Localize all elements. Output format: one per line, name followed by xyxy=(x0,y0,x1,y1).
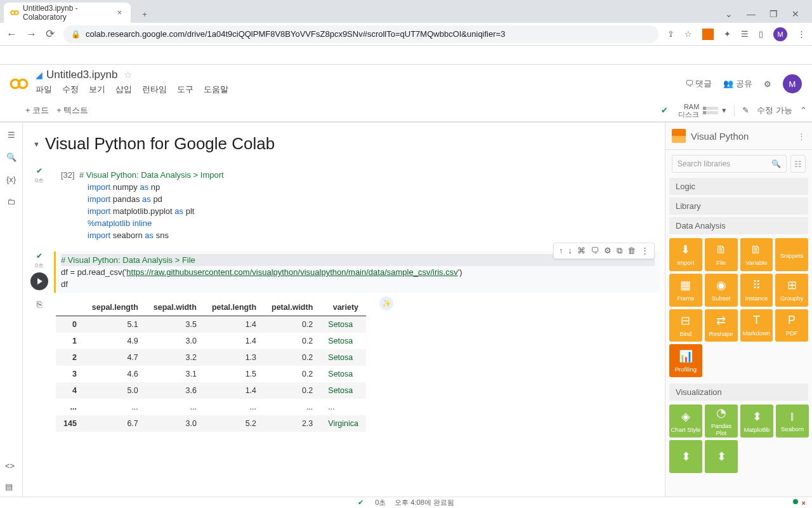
forward-button[interactable]: → xyxy=(26,28,37,41)
menu-help[interactable]: 도움말 xyxy=(204,84,228,95)
profile-avatar[interactable]: M xyxy=(773,27,787,41)
vp-tile-groupby[interactable]: ⊞Groupby xyxy=(775,274,808,307)
add-code-button[interactable]: + 코드 xyxy=(25,105,49,116)
maximize-icon[interactable]: ❐ xyxy=(769,9,778,19)
kebab-icon[interactable]: ⋮ xyxy=(797,29,806,39)
output-actions-icon[interactable]: ⎘ xyxy=(37,299,42,309)
mirror-icon[interactable]: ⧉ xyxy=(617,246,622,256)
vp-tile-bind[interactable]: ⊟Bind xyxy=(669,309,702,342)
tab-title: Untitled3.ipynb - Colaboratory xyxy=(23,4,111,22)
vp-search-input[interactable]: Search libraries 🔍 xyxy=(672,155,787,173)
search-icon[interactable]: 🔍 xyxy=(6,152,16,162)
link-icon[interactable]: ⌘ xyxy=(577,246,586,256)
code-icon[interactable]: <> xyxy=(5,461,15,471)
share-button[interactable]: 👥 공유 xyxy=(723,78,752,90)
vp-section-library[interactable]: Library xyxy=(669,197,808,215)
minimize-icon[interactable]: — xyxy=(747,9,756,19)
back-button[interactable]: ← xyxy=(6,28,17,41)
edit-mode-label[interactable]: 수정 가능 xyxy=(757,105,792,116)
resource-indicator[interactable]: RAM 디스크 ▾ xyxy=(678,103,726,118)
share-icon[interactable]: ⇪ xyxy=(667,29,674,39)
csv-url-link[interactable]: https://raw.githubusercontent.com/visual… xyxy=(126,267,457,277)
vp-tile-reshape[interactable]: ⇄Reshape xyxy=(705,309,738,342)
vp-layout-toggle[interactable]: ☷ xyxy=(790,155,806,173)
settings-icon[interactable]: ⚙ xyxy=(764,79,771,89)
move-down-icon[interactable]: ↓ xyxy=(568,246,573,256)
menu-tools[interactable]: 도구 xyxy=(177,84,193,95)
vp-tile-profiling[interactable]: 📊Profiling xyxy=(669,344,702,377)
toc-icon[interactable]: ☰ xyxy=(8,130,15,140)
table-header: variety xyxy=(320,299,366,316)
extension-icon[interactable] xyxy=(702,29,714,40)
vp-section-data[interactable]: Data Analysis xyxy=(669,217,808,234)
url-field[interactable]: 🔒 colab.research.google.com/drive/1a04t9… xyxy=(63,25,658,43)
vp-tile-partial[interactable]: ⬍ xyxy=(669,440,702,473)
files-icon[interactable]: 🗀 xyxy=(7,197,15,206)
menu-edit[interactable]: 수정 xyxy=(62,84,79,95)
notebook-area[interactable]: ▼ Visual Python for Google Colab ✔ 0초 [3… xyxy=(23,123,665,497)
browser-tab[interactable]: Untitled3.ipynb - Colaboratory × xyxy=(4,3,131,23)
code-cell[interactable]: ✔ 0초 [32] # Visual Python: Data Analysis… xyxy=(28,166,660,244)
collapse-icon[interactable]: ⌃ xyxy=(800,105,807,115)
menu-insert[interactable]: 삽입 xyxy=(115,84,132,95)
user-avatar[interactable]: M xyxy=(783,74,802,93)
menu-runtime[interactable]: 런타임 xyxy=(142,84,167,95)
resources-dropdown-icon[interactable]: ▾ xyxy=(722,105,726,115)
ram-label: RAM xyxy=(678,103,699,110)
vp-menu-icon[interactable]: ⋮ xyxy=(797,131,806,141)
variables-icon[interactable]: {x} xyxy=(6,175,16,184)
vp-tile-file[interactable]: 🗎File xyxy=(705,238,738,271)
terminal-icon[interactable]: ▤ xyxy=(5,482,15,491)
cell-settings-icon[interactable]: ⚙ xyxy=(604,246,612,256)
vp-tile-snippets[interactable]: Snippets xyxy=(775,238,808,271)
magic-wand-icon[interactable]: ✨ xyxy=(379,297,393,311)
collapse-heading-icon[interactable]: ▼ xyxy=(33,140,40,148)
reload-button[interactable]: ⟳ xyxy=(46,27,55,41)
menu-file[interactable]: 파일 xyxy=(36,84,52,95)
vp-tile-pdf[interactable]: PPDF xyxy=(775,309,808,342)
delete-icon[interactable]: 🗑 xyxy=(627,246,636,256)
status-close-icon[interactable]: × xyxy=(802,499,806,507)
puzzle-icon[interactable]: ✦ xyxy=(724,29,731,39)
table-row: 05.13.51.40.2Setosa xyxy=(56,316,366,333)
table-header: petal.width xyxy=(264,299,320,316)
kebab-icon[interactable]: ⋮ xyxy=(641,246,649,256)
run-button[interactable] xyxy=(30,272,48,290)
tab-close-icon[interactable]: × xyxy=(117,8,122,17)
cell-exec-time: 0초 xyxy=(35,262,44,270)
star-doc-icon[interactable]: ☆ xyxy=(124,69,132,81)
vp-tile-markdown[interactable]: TMarkdown xyxy=(740,309,773,342)
vp-tile-seaborn[interactable]: ⫿Seaborn xyxy=(776,404,809,438)
bookmarks-bar xyxy=(0,46,812,65)
add-text-button[interactable]: + 텍스트 xyxy=(56,105,88,116)
code-cell-active[interactable]: ↑ ↓ ⌘ 🗨 ⚙ ⧉ 🗑 ⋮ ✔ 0초 # Visual Python: Da… xyxy=(28,251,660,432)
star-icon[interactable]: ☆ xyxy=(684,29,692,39)
vp-tile-instance[interactable]: ⠿Instance xyxy=(740,274,773,307)
chevron-down-icon[interactable]: ⌄ xyxy=(725,9,733,19)
heading-text: Visual Python for Google Colab xyxy=(45,134,275,154)
address-bar: ← → ⟳ 🔒 colab.research.google.com/drive/… xyxy=(0,23,812,46)
comment-icon[interactable]: 🗨 xyxy=(591,246,599,256)
document-title[interactable]: Untitled3.ipynb xyxy=(46,69,117,81)
vp-section-viz[interactable]: Visualization xyxy=(669,384,808,401)
vp-tile-chart-style[interactable]: ◈Chart Style xyxy=(669,404,702,438)
vp-tile-pandas-plot[interactable]: ◔Pandas Plot xyxy=(705,404,738,438)
sidebar-icon[interactable]: ▯ xyxy=(759,29,763,39)
vp-tile-partial[interactable]: ⬍ xyxy=(705,440,738,473)
table-header: sepal.length xyxy=(84,299,146,316)
vp-tile-import[interactable]: ⬇Import xyxy=(669,238,702,271)
status-green-dot xyxy=(793,499,798,504)
vp-tile-matplotlib[interactable]: ⬍Matplotlib xyxy=(740,404,773,438)
close-icon[interactable]: ✕ xyxy=(792,9,799,19)
vp-tile-frame[interactable]: ▦Frame xyxy=(669,274,702,307)
reading-list-icon[interactable]: ☰ xyxy=(741,29,749,39)
move-up-icon[interactable]: ↑ xyxy=(559,246,563,256)
vp-tile-subset[interactable]: ◉Subset xyxy=(705,274,738,307)
menu-view[interactable]: 보기 xyxy=(89,84,105,95)
vp-tile-variable[interactable]: 🗎Variable xyxy=(740,238,773,271)
new-tab-button[interactable]: + xyxy=(136,5,154,23)
table-header: sepal.width xyxy=(146,299,204,316)
vp-section-logic[interactable]: Logic xyxy=(669,178,808,195)
code-editor[interactable]: [32] # Visual Python: Data Analysis > Im… xyxy=(56,166,660,244)
comments-button[interactable]: 🗨 댓글 xyxy=(685,78,712,90)
